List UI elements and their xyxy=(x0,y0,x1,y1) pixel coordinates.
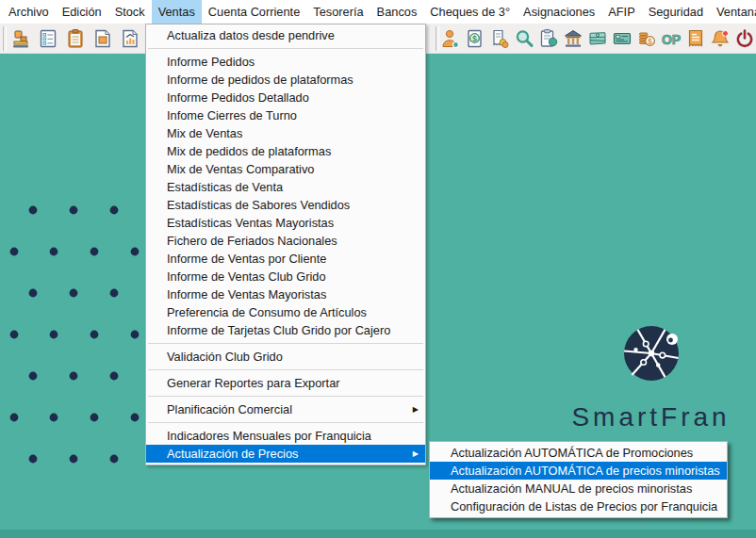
menu-item[interactable]: Estadísticas Ventas Mayoristas ▶ xyxy=(146,214,425,232)
menu-item[interactable]: Actualiza datos desde pendrive ▶ xyxy=(146,26,425,44)
cash-stack-icon[interactable] xyxy=(586,27,609,50)
smartfran-wordmark: SmartFran xyxy=(550,402,752,432)
app-window: ArchivoEdiciónStockVentasCuenta Corrient… xyxy=(0,0,756,538)
menu-item[interactable]: Actualización de Precios ▶ xyxy=(146,445,425,463)
menu-separator: ▶ xyxy=(146,339,425,348)
menu-item[interactable]: Informe Pedidos ▶ xyxy=(146,53,425,71)
menu-separator: ▶ xyxy=(146,418,425,427)
toolbar-left-group xyxy=(9,27,141,50)
pallet-boxes-icon[interactable] xyxy=(9,27,32,50)
smartfran-logo: SmartFran xyxy=(550,325,752,432)
notifications-bell-icon[interactable] xyxy=(709,27,731,50)
menubar-item[interactable]: Seguridad xyxy=(642,0,710,24)
menubar-item[interactable]: Ventas xyxy=(152,0,202,24)
menubar-item[interactable]: Asignaciones xyxy=(517,0,601,24)
invoice-dollar-icon[interactable]: $ xyxy=(464,27,486,50)
menubar-item[interactable]: Tesorería xyxy=(306,0,370,24)
coins-dollar-icon[interactable]: $ xyxy=(635,27,658,50)
menu-item[interactable]: Informe de Ventas Mayoristas ▶ xyxy=(146,285,425,303)
menu-item[interactable]: Actualización AUTOMÁTICA de precios mino… xyxy=(430,462,727,480)
menu-item[interactable]: Configuración de Listas de Precios por F… xyxy=(430,497,727,515)
svg-text:OP: OP xyxy=(662,32,681,47)
menu-item[interactable]: Informe Pedidos Detallado ▶ xyxy=(146,89,425,106)
menubar-item[interactable]: Archivo xyxy=(2,0,56,24)
menu-item[interactable]: Generar Reportes para Exportar ▶ xyxy=(146,374,425,392)
menu-item[interactable]: Informe de Ventas Club Grido ▶ xyxy=(146,268,425,285)
invoice-receipt-icon[interactable] xyxy=(684,27,707,50)
menu-item[interactable]: Informe de pedidos de plataformas ▶ xyxy=(146,71,425,89)
menu-item[interactable]: Planificación Comercial ▶ xyxy=(146,400,425,418)
menu-item[interactable]: Mix de Ventas ▶ xyxy=(146,124,425,142)
toolbar-separator xyxy=(3,26,7,51)
report-image-icon[interactable] xyxy=(91,27,114,50)
menu-item[interactable]: Actualización AUTOMÁTICA de Promociones … xyxy=(430,444,727,462)
menubar-item[interactable]: AFIP xyxy=(601,0,641,24)
menu-bar: ArchivoEdiciónStockVentasCuenta Corrient… xyxy=(0,0,756,24)
bottom-strip xyxy=(0,530,756,538)
submenu-arrow-icon: ▶ xyxy=(413,445,419,463)
menu-item[interactable]: Informe de Tarjetas Club Grido por Cajer… xyxy=(146,321,425,339)
menu-item[interactable]: Informe de Ventas por Cliente ▶ xyxy=(146,250,425,268)
menu-item[interactable]: Estadísticas de Venta ▶ xyxy=(146,178,425,196)
menubar-item[interactable]: Edición xyxy=(56,0,108,24)
menu-item[interactable]: Mix de Ventas Comparativo ▶ xyxy=(146,160,425,178)
menubar-item[interactable]: Cuenta Corriente xyxy=(202,0,306,24)
precios-submenu: Actualización AUTOMÁTICA de Promociones … xyxy=(429,441,728,518)
ventas-menu: Actualiza datos desde pendrive ▶ ▶ Infor… xyxy=(145,24,426,465)
bank-icon[interactable] xyxy=(562,27,584,50)
menu-item[interactable]: Validación Club Grido ▶ xyxy=(146,348,425,366)
menu-item[interactable]: Estadísticas de Sabores Vendidos ▶ xyxy=(146,196,425,214)
menubar-item[interactable]: Cheques de 3° xyxy=(423,0,517,24)
svg-text:$: $ xyxy=(648,37,652,46)
menu-item[interactable]: Mix de pedidos de plataformas ▶ xyxy=(146,142,425,160)
receipt-coins-icon[interactable] xyxy=(488,27,511,50)
menu-item[interactable]: Indicadores Mensuales por Franquicia ▶ xyxy=(146,427,425,445)
menu-separator: ▶ xyxy=(146,44,425,53)
customer-icon[interactable] xyxy=(439,27,462,50)
report-chart-icon[interactable] xyxy=(119,27,141,50)
menu-separator: ▶ xyxy=(146,392,425,400)
toolbar-right-group: $$OP xyxy=(439,27,756,50)
menubar-item[interactable]: Ventana xyxy=(710,0,756,24)
menu-item[interactable]: Infome Cierres de Turno ▶ xyxy=(146,106,425,124)
smartfran-logo-icon xyxy=(623,325,680,382)
clipboard-icon[interactable] xyxy=(64,27,87,50)
clipboard-search-icon[interactable] xyxy=(537,27,560,50)
menubar-item[interactable]: Stock xyxy=(108,0,152,24)
menu-separator: ▶ xyxy=(146,366,425,374)
checklist-icon[interactable] xyxy=(37,27,59,50)
power-icon[interactable] xyxy=(733,27,756,50)
submenu-arrow-icon: ▶ xyxy=(413,400,419,418)
menu-item[interactable]: Preferencia de Consumo de Artículos ▶ xyxy=(146,303,425,321)
svg-text:$: $ xyxy=(472,34,477,43)
search-icon[interactable] xyxy=(513,27,535,50)
payment-order-icon[interactable]: OP xyxy=(660,27,682,50)
menu-item[interactable]: Actualización MANUAL de precios minorist… xyxy=(430,480,727,497)
cheque-icon[interactable] xyxy=(611,27,633,50)
menubar-item[interactable]: Bancos xyxy=(370,0,424,24)
menu-item[interactable]: Fichero de Feriados Nacionales ▶ xyxy=(146,232,425,250)
